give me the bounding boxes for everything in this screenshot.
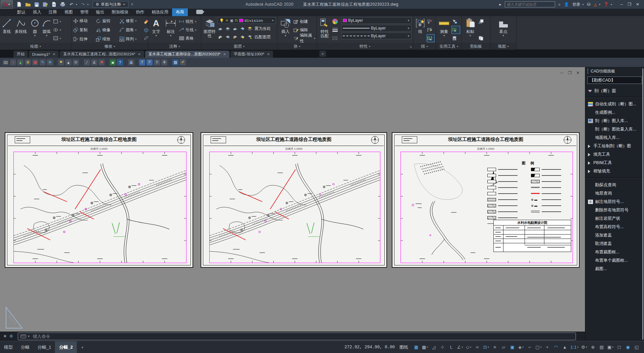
status-toggle-icon[interactable]: ◻▾ xyxy=(615,343,623,351)
save-button[interactable] xyxy=(34,2,40,7)
plugin-toolbar-icon[interactable]: ✣ xyxy=(161,59,167,65)
dimension-button[interactable]: 标注 ▼ xyxy=(164,17,178,43)
command-input[interactable] xyxy=(33,334,576,339)
status-toggle-icon[interactable]: ⌐▾ xyxy=(526,343,534,351)
plugin-toolbar-icon[interactable]: ⊙ xyxy=(73,59,79,65)
status-toggle-icon[interactable]: ▣▾ xyxy=(606,343,614,351)
collapse-arrow-icon[interactable]: ▸ xyxy=(499,2,501,7)
doc-close-button[interactable]: ✕ xyxy=(576,70,580,75)
panel-item[interactable]: 布置裁图框... xyxy=(585,248,644,256)
polyline-button[interactable]: 多段线 xyxy=(13,17,29,43)
linetype-dropdown[interactable]: ByLayer ▼ xyxy=(341,33,412,39)
match-layer-button[interactable]: 匹配图层 xyxy=(255,34,271,40)
module-selector[interactable]: 【勘察CAD】 xyxy=(587,77,642,84)
panel-scrollbar[interactable] xyxy=(642,68,643,340)
plugin-toolbar-icon[interactable]: ✱ xyxy=(99,59,105,65)
autodesk-a-icon[interactable]: △ xyxy=(594,2,597,7)
object-color-dropdown[interactable]: ByLayer ▼ xyxy=(341,17,412,24)
hatch-tool-button[interactable]: ▾ xyxy=(53,35,61,42)
toggle-icon[interactable]: ◙ xyxy=(110,59,116,65)
status-toggle-icon[interactable]: 1:1▾ xyxy=(570,343,580,351)
array-button[interactable]: 阵列▾ xyxy=(119,35,143,43)
layer-off-icon[interactable] xyxy=(218,26,223,31)
scale-button[interactable]: 缩放 xyxy=(96,35,118,43)
panel-label-block[interactable]: 块▾ xyxy=(277,43,317,50)
redo-caret-icon[interactable]: ▾ xyxy=(87,3,89,6)
a360-caret-icon[interactable]: ▾ xyxy=(599,3,600,6)
cut-button[interactable] xyxy=(478,18,487,25)
layout-sheet-3[interactable]: 坝址区工程施工道路综合工程地质图 比例尺 1:2000 xyxy=(392,132,580,268)
plugin-toolbar-icon[interactable]: ∕ xyxy=(84,59,90,65)
search-binoculars-icon[interactable]: ⌕ xyxy=(558,2,561,7)
panel-item[interactable]: 标注地层符号... xyxy=(585,198,644,206)
layout-sheet-2[interactable]: 坝址区工程施工道路综合工程地质图 比例尺 1:2000 xyxy=(201,132,387,268)
plugin-toolbar-icon[interactable]: ＋ xyxy=(10,59,16,65)
create-block-button[interactable]: 创建 xyxy=(293,18,315,25)
status-toggle-icon[interactable]: ▣▾ xyxy=(508,343,516,351)
panel-item[interactable]: 地层查询 xyxy=(585,189,644,198)
drawing-canvas[interactable]: ─ ❐ ✕ 坝址区工程施工道路综合工程地质图 比例尺 1:2000 xyxy=(0,67,585,332)
ungroup-button[interactable] xyxy=(427,18,434,25)
panel-item[interactable]: 褶皱填充 xyxy=(585,167,644,175)
command-customize-icon[interactable]: ⚙ xyxy=(9,334,13,339)
status-toggle-icon[interactable]: +▾ xyxy=(543,343,551,351)
panel-label-utilities[interactable]: 实用工具▾ xyxy=(436,43,462,50)
ribbon-tab[interactable]: 附加模块 xyxy=(108,8,132,16)
plugin-toolbar-icon[interactable]: ▨ xyxy=(172,59,178,65)
circle-button[interactable]: 圆 ▼ xyxy=(30,17,40,43)
status-toggle-icon[interactable]: ◉▾ xyxy=(624,343,632,351)
save-as-button[interactable] xyxy=(42,2,48,7)
quick-calc-button[interactable] xyxy=(452,35,460,42)
table-button[interactable]: 表格 xyxy=(179,35,200,42)
status-toggle-icon[interactable]: ≡▾ xyxy=(491,343,499,351)
status-toggle-icon[interactable]: ▦▾ xyxy=(412,343,420,351)
ribbon-tab[interactable]: 精选应用 xyxy=(148,8,172,16)
status-toggle-icon[interactable]: ▱▾ xyxy=(499,343,507,351)
close-icon[interactable]: ✕ xyxy=(53,52,55,56)
plugin-toolbar-icon[interactable]: ▲ xyxy=(17,59,23,65)
plugin-toolbar-icon[interactable]: ℱ xyxy=(139,59,145,65)
make-current-button[interactable]: 置为当前 xyxy=(255,26,271,32)
redo-button[interactable]: ↷ xyxy=(80,2,86,7)
file-tab[interactable]: 开始 ✕ xyxy=(13,51,28,58)
plot-button[interactable] xyxy=(60,2,66,7)
status-toggle-icon[interactable]: ▩▾ xyxy=(421,343,429,351)
close-icon[interactable]: ✕ xyxy=(223,52,226,56)
panel-label-view[interactable]: 视图▾ xyxy=(490,43,516,50)
close-button[interactable]: ✕ xyxy=(636,2,639,7)
panel-item[interactable]: 自动生成剖（断）图... xyxy=(585,100,644,108)
copy-button[interactable]: 复制 xyxy=(73,26,95,34)
ellipse-tool-button[interactable]: ▾ xyxy=(53,26,61,34)
open-from-web-button[interactable] xyxy=(51,2,57,7)
panel-item[interactable]: 布置单个裁图框... xyxy=(585,256,644,265)
panel-item[interactable]: 剖（断）图批量入库... xyxy=(585,125,644,134)
file-tab[interactable]: 某水库工程施工道路工程...面图20230224* ✕ xyxy=(60,51,144,58)
status-toggle-icon[interactable]: ⊕▾ xyxy=(589,343,597,351)
plugin-toolbar-icon[interactable]: ℱ xyxy=(147,59,153,65)
layer-properties-button[interactable]: 图层特性 xyxy=(203,17,217,43)
close-icon[interactable]: ✕ xyxy=(267,52,270,56)
status-toggle-icon[interactable]: ◇▾ xyxy=(465,343,473,351)
signin-caret-icon[interactable]: ▾ xyxy=(582,3,584,6)
panel-label-layers[interactable]: 图层▾ xyxy=(201,43,277,50)
file-tab[interactable]: 某水库工程施工道路综合...质图20230223* ✕ xyxy=(145,51,229,58)
layer-freeze-icon[interactable] xyxy=(232,26,238,31)
status-toggle-icon[interactable]: ◠▾ xyxy=(552,343,560,351)
new-layout-button[interactable]: ＋ xyxy=(77,344,88,350)
new-drawing-tab-button[interactable]: ＋ xyxy=(319,51,326,57)
app-menu-button[interactable]: A ▼ xyxy=(1,0,13,9)
measure-button[interactable]: 测量 ▼ xyxy=(437,17,451,43)
layer-lock-icon[interactable] xyxy=(240,26,245,31)
help-icon[interactable]: ❓ xyxy=(604,2,609,7)
panel-item[interactable]: 添加遮盖 xyxy=(585,231,644,240)
copy-clip-button[interactable] xyxy=(478,35,487,42)
layout-tab[interactable]: 分幅_1 xyxy=(34,341,55,353)
screencast-button[interactable]: ▾ xyxy=(196,10,204,15)
grip-icon[interactable] xyxy=(587,69,589,73)
panel-item[interactable]: 剖（断）图入库... xyxy=(585,117,644,125)
lineweight-dropdown[interactable]: ByLayer ▼ xyxy=(341,25,412,32)
ribbon-tab[interactable]: 协作 xyxy=(132,8,148,16)
plugin-toolbar-icon[interactable]: 🖶 xyxy=(128,59,134,65)
open-file-button[interactable] xyxy=(25,2,31,7)
layout-tab[interactable]: 分幅 xyxy=(17,341,34,353)
